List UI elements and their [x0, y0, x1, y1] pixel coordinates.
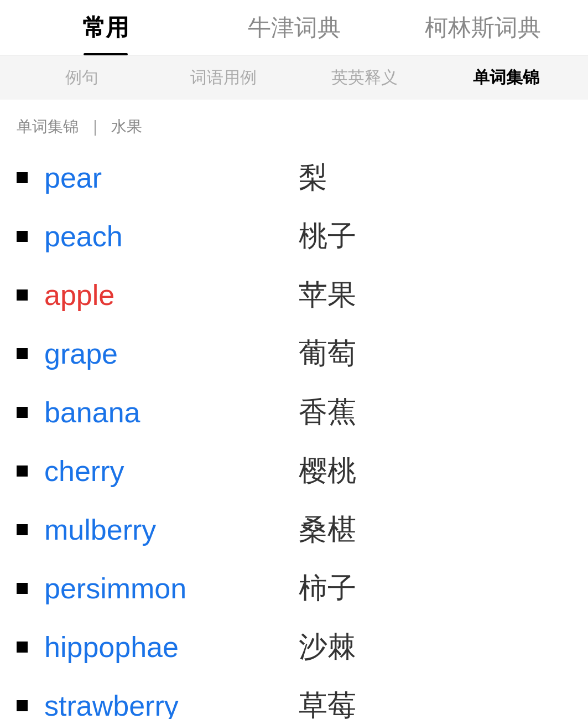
word-english[interactable]: apple [44, 278, 277, 312]
list-item: pear梨 [17, 148, 571, 207]
word-chinese: 柿子 [299, 569, 356, 608]
list-item: apple苹果 [17, 266, 571, 324]
top-tab-oxford[interactable]: 牛津词典 [200, 1, 388, 54]
sub-tab-bar: 例句 词语用例 英英释义 单词集锦 [0, 55, 588, 100]
breadcrumb-separator: ｜ [87, 116, 102, 137]
word-chinese: 草莓 [299, 686, 356, 719]
sub-tab-usage[interactable]: 词语用例 [153, 58, 294, 97]
bullet-icon [17, 700, 28, 711]
top-tab-collins[interactable]: 柯林斯词典 [388, 1, 577, 54]
list-item: mulberry桑椹 [17, 500, 571, 559]
list-item: persimmon柿子 [17, 559, 571, 618]
breadcrumb-part1: 单词集锦 [17, 116, 79, 137]
word-english[interactable]: hippophae [44, 630, 277, 664]
word-chinese: 葡萄 [299, 334, 356, 373]
list-item: grape葡萄 [17, 324, 571, 383]
word-english[interactable]: peach [44, 220, 277, 253]
sub-tab-examples[interactable]: 例句 [11, 58, 153, 97]
bullet-icon [17, 583, 28, 594]
list-item: peach桃子 [17, 207, 571, 266]
sub-tab-english-def[interactable]: 英英释义 [294, 58, 436, 97]
bullet-icon [17, 524, 28, 535]
word-english[interactable]: cherry [44, 454, 277, 488]
list-item: strawberry草莓 [17, 676, 571, 719]
top-tab-common[interactable]: 常用 [11, 1, 200, 54]
bullet-icon [17, 231, 28, 242]
word-chinese: 桑椹 [299, 510, 356, 549]
word-list: pear梨peach桃子apple苹果grape葡萄banana香蕉cherry… [0, 143, 588, 719]
word-english[interactable]: banana [44, 396, 277, 429]
word-chinese: 樱桃 [299, 452, 356, 490]
word-chinese: 桃子 [299, 217, 356, 256]
word-english[interactable]: mulberry [44, 513, 277, 546]
word-chinese: 沙棘 [299, 628, 356, 666]
bullet-icon [17, 407, 28, 418]
bullet-icon [17, 172, 28, 183]
sub-tab-vocab[interactable]: 单词集锦 [435, 58, 577, 97]
list-item: banana香蕉 [17, 383, 571, 442]
word-english[interactable]: pear [44, 161, 277, 194]
top-tab-bar: 常用 牛津词典 柯林斯词典 [0, 0, 588, 55]
breadcrumb-part2: 水果 [111, 116, 142, 137]
word-chinese: 香蕉 [299, 393, 356, 432]
breadcrumb: 单词集锦 ｜ 水果 [0, 100, 588, 143]
word-chinese: 苹果 [299, 276, 356, 314]
bullet-icon [17, 642, 28, 653]
word-chinese: 梨 [299, 158, 327, 197]
bullet-icon [17, 348, 28, 359]
word-english[interactable]: strawberry [44, 689, 277, 719]
word-english[interactable]: grape [44, 337, 277, 370]
bullet-icon [17, 465, 28, 477]
word-english[interactable]: persimmon [44, 572, 277, 605]
bullet-icon [17, 289, 28, 301]
list-item: cherry樱桃 [17, 442, 571, 500]
list-item: hippophae沙棘 [17, 618, 571, 676]
